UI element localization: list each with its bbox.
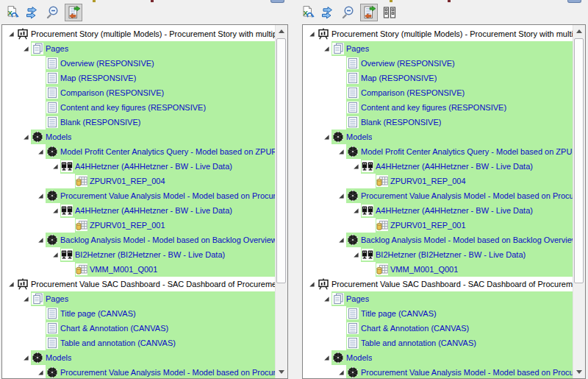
tree-row[interactable]: VMM_M001_Q001 — [303, 262, 573, 277]
toolbar-button-compare-documents[interactable] — [65, 4, 82, 21]
tree-row-label[interactable]: Blank (RESPONSIVE) — [361, 115, 441, 130]
tree-row[interactable]: Procurement Value Analysis Model - Model… — [303, 365, 573, 378]
tree-row[interactable]: A4HHetzner (A4HHetzner - BW - Live Data) — [303, 203, 573, 218]
tree-row-label[interactable]: Pages — [346, 41, 369, 56]
tree-row-label[interactable]: ZPURV01_REP_001 — [390, 218, 466, 233]
expander-collapse-icon[interactable] — [21, 130, 31, 144]
expander-collapse-icon[interactable] — [307, 277, 317, 291]
tree-row[interactable]: Content and key figures (RESPONSIVE) — [2, 100, 275, 115]
tree-row-label[interactable]: Pages — [46, 41, 68, 56]
tree-row[interactable]: Chart & Annotation (CANVAS) — [303, 321, 573, 336]
tree-row-label[interactable]: Backlog Analysis Model - Model based on … — [361, 233, 573, 247]
tree-row[interactable]: Procurement Value Analysis Model - Model… — [2, 365, 275, 378]
tree-row[interactable]: A4HHetzner (A4HHetzner - BW - Live Data) — [2, 159, 275, 174]
tree-row[interactable]: A4HHetzner (A4HHetzner - BW - Live Data) — [303, 159, 573, 174]
tree-row[interactable]: Comparison (RESPONSIVE) — [2, 85, 275, 100]
expander-collapse-icon[interactable] — [51, 203, 60, 218]
tree-row[interactable]: Procurement Value SAC Dashboard - SAC Da… — [303, 277, 573, 291]
tree-row[interactable]: Pages — [303, 291, 573, 306]
scroll-down-button[interactable] — [573, 366, 585, 378]
tree-row-label[interactable]: Models — [346, 130, 372, 144]
expander-collapse-icon[interactable] — [351, 247, 361, 262]
toolbar-button-zoom-out[interactable] — [44, 4, 62, 21]
expander-collapse-icon[interactable] — [21, 350, 31, 365]
tree-row[interactable]: A4HHetzner (A4HHetzner - BW - Live Data) — [2, 203, 275, 218]
tree-row-label[interactable]: Models — [46, 130, 71, 144]
expander-collapse-icon[interactable] — [21, 291, 31, 306]
tree-row[interactable]: Models — [303, 130, 573, 144]
tree-row[interactable]: Map (RESPONSIVE) — [303, 71, 573, 85]
scroll-up-button[interactable] — [573, 25, 585, 38]
tree-row-label[interactable]: BI2Hetzner (BI2Hetzner - BW - Live Data) — [75, 247, 225, 262]
tree-row-label[interactable]: Pages — [46, 291, 68, 306]
tree-row-label[interactable]: Pages — [346, 291, 369, 306]
tree-row-label[interactable]: Procurement Story (multiple Models) - Pr… — [31, 26, 275, 41]
tree-row-label[interactable]: Procurement Value SAC Dashboard - SAC Da… — [31, 277, 275, 291]
tree-row[interactable]: Backlog Analysis Model - Model based on … — [303, 233, 573, 247]
tree-row[interactable]: Procurement Story (multiple Models) - Pr… — [303, 26, 573, 41]
tree-row-label[interactable]: Content and key figures (RESPONSIVE) — [60, 100, 206, 115]
tree-row-label[interactable]: Chart & Annotation (CANVAS) — [361, 321, 469, 336]
tree-row-label[interactable]: BI2Hetzner (BI2Hetzner - BW - Live Data) — [376, 247, 526, 262]
expander-collapse-icon[interactable] — [322, 130, 331, 144]
expander-collapse-icon[interactable] — [322, 291, 331, 306]
tree-row-label[interactable]: Title page (CANVAS) — [60, 306, 136, 321]
tree-row-label[interactable]: VMM_M001_Q001 — [90, 262, 157, 277]
tree-row-label[interactable]: A4HHetzner (A4HHetzner - BW - Live Data) — [376, 159, 533, 174]
tree-row-label[interactable]: Blank (RESPONSIVE) — [60, 115, 140, 130]
tree-row-label[interactable]: Title page (CANVAS) — [361, 306, 437, 321]
toolbar-button-export-excel[interactable]: X — [3, 4, 21, 21]
tree-row[interactable]: ZPURV01_REP_001 — [2, 218, 275, 233]
tree-row-label[interactable]: Overview (RESPONSIVE) — [60, 56, 154, 71]
tree-row-label[interactable]: Procurement Value Analysis Model - Model… — [60, 188, 275, 203]
tree-row-label[interactable]: Comparison (RESPONSIVE) — [361, 85, 465, 100]
expander-collapse-icon[interactable] — [322, 41, 331, 56]
expander-collapse-icon[interactable] — [36, 365, 46, 378]
tree-row[interactable]: Pages — [303, 41, 573, 56]
tree-row[interactable]: Table and annotation (CANVAS) — [2, 336, 275, 350]
tree-row-label[interactable]: Table and annotation (CANVAS) — [361, 336, 476, 350]
tree-row-label[interactable]: Procurement Value Analysis Model - Model… — [361, 188, 573, 203]
toolbar-button-swap-arrows[interactable] — [319, 4, 337, 21]
tree-row-label[interactable]: A4HHetzner (A4HHetzner - BW - Live Data) — [376, 203, 533, 218]
tree-row[interactable]: Blank (RESPONSIVE) — [303, 115, 573, 130]
tree-row[interactable]: Procurement Value Analysis Model - Model… — [303, 188, 573, 203]
tree-row[interactable]: Pages — [2, 291, 275, 306]
scrollbar-thumb[interactable] — [276, 38, 286, 283]
toolbar-button-export-excel[interactable]: X — [298, 4, 316, 21]
tree-row[interactable]: BI2Hetzner (BI2Hetzner - BW - Live Data) — [303, 247, 573, 262]
tree-row[interactable]: Model Profit Center Analytics Query - Mo… — [2, 144, 275, 159]
expander-collapse-icon[interactable] — [21, 41, 31, 56]
tree-row[interactable]: Table and annotation (CANVAS) — [303, 336, 573, 350]
tree-row-label[interactable]: A4HHetzner (A4HHetzner - BW - Live Data) — [75, 159, 232, 174]
tree-row-label[interactable]: Chart & Annotation (CANVAS) — [60, 321, 168, 336]
tree-row[interactable]: Procurement Story (multiple Models) - Pr… — [2, 26, 275, 41]
tree-row[interactable]: Comparison (RESPONSIVE) — [303, 85, 573, 100]
toolbar-button-zoom-out[interactable] — [340, 4, 357, 21]
tree-row[interactable]: Models — [2, 350, 275, 365]
tree-row-label[interactable]: Table and annotation (CANVAS) — [60, 336, 176, 350]
expander-collapse-icon[interactable] — [36, 144, 46, 159]
tree-row-label[interactable]: Models — [346, 350, 372, 365]
expander-collapse-icon[interactable] — [307, 26, 317, 41]
vertical-scrollbar[interactable] — [275, 25, 287, 378]
tree-row[interactable]: Backlog Analysis Model - Model based on … — [2, 233, 275, 247]
expander-collapse-icon[interactable] — [337, 365, 346, 378]
tree-row-label[interactable]: Comparison (RESPONSIVE) — [60, 85, 164, 100]
expander-collapse-icon[interactable] — [51, 247, 60, 262]
scroll-down-button[interactable] — [276, 366, 287, 378]
tree-row[interactable]: Title page (CANVAS) — [303, 306, 573, 321]
scroll-up-button[interactable] — [276, 25, 287, 38]
tree-row-label[interactable]: VMM_M001_Q001 — [390, 262, 458, 277]
tree-row[interactable]: Blank (RESPONSIVE) — [2, 115, 275, 130]
expander-collapse-icon[interactable] — [337, 188, 346, 203]
tree-row-label[interactable]: ZPURV01_REP_004 — [90, 174, 165, 188]
tree-row-label[interactable]: Model Profit Center Analytics Query - Mo… — [361, 144, 573, 159]
expander-collapse-icon[interactable] — [322, 350, 331, 365]
tree-row-label[interactable]: Backlog Analysis Model - Model based on … — [60, 233, 275, 247]
vertical-scrollbar[interactable] — [573, 25, 585, 378]
tree-row[interactable]: Overview (RESPONSIVE) — [303, 56, 573, 71]
tree-row[interactable]: Chart & Annotation (CANVAS) — [2, 321, 275, 336]
tree-row[interactable]: VMM_M001_Q001 — [2, 262, 275, 277]
tree-row-label[interactable]: Map (RESPONSIVE) — [361, 71, 437, 85]
